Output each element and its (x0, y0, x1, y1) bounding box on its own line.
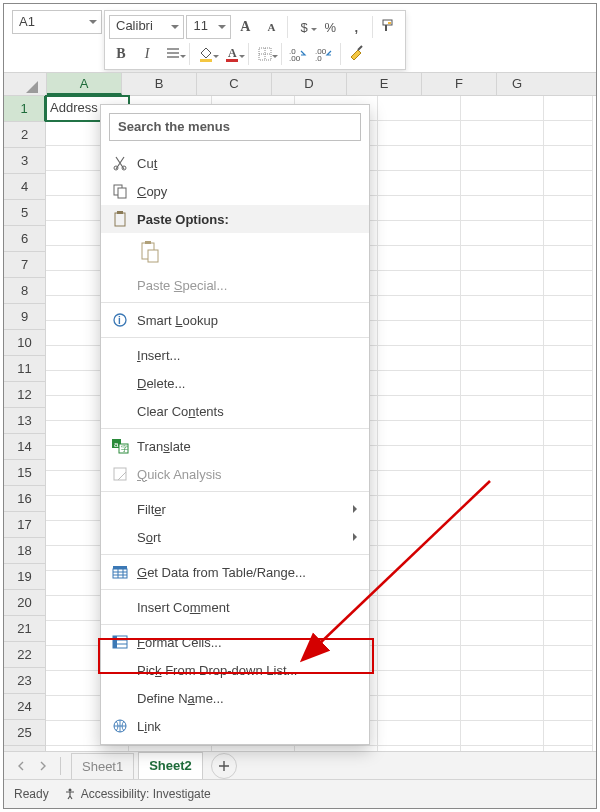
cell[interactable] (544, 596, 593, 621)
cell[interactable] (378, 421, 461, 446)
cell[interactable] (461, 371, 544, 396)
cell[interactable] (461, 96, 544, 121)
cell[interactable] (378, 571, 461, 596)
menu-link[interactable]: Link (101, 712, 369, 740)
cell[interactable] (544, 221, 593, 246)
cell[interactable] (461, 146, 544, 171)
cell[interactable] (544, 496, 593, 521)
cell[interactable] (544, 321, 593, 346)
menu-search-input[interactable]: Search the menus (109, 113, 361, 141)
menu-filter[interactable]: Filter (101, 495, 369, 523)
cell[interactable] (544, 671, 593, 696)
cell[interactable] (378, 121, 461, 146)
cell[interactable] (461, 621, 544, 646)
tab-nav-prev[interactable] (10, 755, 32, 777)
row-header[interactable]: 21 (4, 616, 46, 642)
cell[interactable] (378, 621, 461, 646)
column-header[interactable]: G (497, 73, 537, 95)
cell[interactable] (461, 521, 544, 546)
cell[interactable] (378, 496, 461, 521)
row-header[interactable]: 24 (4, 694, 46, 720)
cell[interactable] (461, 171, 544, 196)
cell[interactable] (461, 321, 544, 346)
cell[interactable] (461, 546, 544, 571)
row-header[interactable]: 4 (4, 174, 46, 200)
cell[interactable] (461, 421, 544, 446)
row-header[interactable]: 19 (4, 564, 46, 590)
cell[interactable] (378, 271, 461, 296)
cell[interactable] (544, 346, 593, 371)
cell[interactable] (544, 146, 593, 171)
menu-clear-contents[interactable]: Clear Contents (101, 397, 369, 425)
font-size-select[interactable]: 11 (186, 15, 231, 39)
cell[interactable] (461, 696, 544, 721)
row-header[interactable]: 18 (4, 538, 46, 564)
cell[interactable] (461, 496, 544, 521)
cell[interactable] (544, 396, 593, 421)
cell[interactable] (544, 271, 593, 296)
cell[interactable] (544, 571, 593, 596)
column-header[interactable]: E (347, 73, 422, 95)
cell[interactable] (544, 421, 593, 446)
borders-button[interactable] (253, 43, 277, 65)
row-header[interactable]: 16 (4, 486, 46, 512)
row-header[interactable]: 17 (4, 512, 46, 538)
column-header[interactable]: C (197, 73, 272, 95)
cell[interactable] (378, 546, 461, 571)
menu-cut[interactable]: Cut (101, 149, 369, 177)
column-header[interactable]: F (422, 73, 497, 95)
increase-font-size-button[interactable]: A (233, 16, 257, 38)
cell[interactable] (544, 196, 593, 221)
cell[interactable] (461, 221, 544, 246)
paste-button[interactable] (137, 239, 163, 265)
row-header[interactable]: 12 (4, 382, 46, 408)
row-header[interactable]: 14 (4, 434, 46, 460)
italic-button[interactable]: I (135, 43, 159, 65)
format-painter-button[interactable] (377, 16, 401, 38)
cell[interactable] (461, 446, 544, 471)
row-header[interactable]: 8 (4, 278, 46, 304)
menu-pick-from-list[interactable]: Pick From Drop-down List... (101, 656, 369, 684)
menu-define-name[interactable]: Define Name... (101, 684, 369, 712)
row-header[interactable]: 9 (4, 304, 46, 330)
percent-style-button[interactable]: % (318, 16, 342, 38)
cell[interactable] (378, 371, 461, 396)
column-header[interactable]: A (47, 73, 122, 95)
cell[interactable] (378, 446, 461, 471)
cell[interactable] (544, 296, 593, 321)
row-header[interactable]: 15 (4, 460, 46, 486)
cell[interactable] (461, 396, 544, 421)
cell[interactable] (378, 221, 461, 246)
cell[interactable] (461, 121, 544, 146)
cell[interactable] (544, 621, 593, 646)
menu-insert[interactable]: Insert... (101, 341, 369, 369)
menu-copy[interactable]: Copy (101, 177, 369, 205)
cell[interactable] (461, 296, 544, 321)
cell[interactable] (378, 396, 461, 421)
cell[interactable] (544, 721, 593, 746)
cell[interactable] (378, 321, 461, 346)
fill-color-button[interactable] (194, 43, 218, 65)
cell[interactable] (461, 471, 544, 496)
cell[interactable] (544, 96, 593, 121)
row-header[interactable]: 22 (4, 642, 46, 668)
cell[interactable] (378, 246, 461, 271)
row-header[interactable]: 7 (4, 252, 46, 278)
cell[interactable] (544, 521, 593, 546)
cell[interactable] (544, 471, 593, 496)
row-header[interactable]: 5 (4, 200, 46, 226)
cell[interactable] (461, 246, 544, 271)
decrease-font-size-button[interactable]: A (259, 16, 283, 38)
cell[interactable] (378, 671, 461, 696)
cell[interactable] (378, 196, 461, 221)
column-header[interactable]: D (272, 73, 347, 95)
cell[interactable] (461, 671, 544, 696)
cell[interactable] (544, 171, 593, 196)
cell[interactable] (461, 646, 544, 671)
cell[interactable] (378, 646, 461, 671)
row-header[interactable]: 6 (4, 226, 46, 252)
row-header[interactable]: 10 (4, 330, 46, 356)
format-painter-paint-button[interactable] (345, 43, 369, 65)
row-header[interactable]: 1 (4, 96, 46, 122)
cell[interactable] (461, 271, 544, 296)
